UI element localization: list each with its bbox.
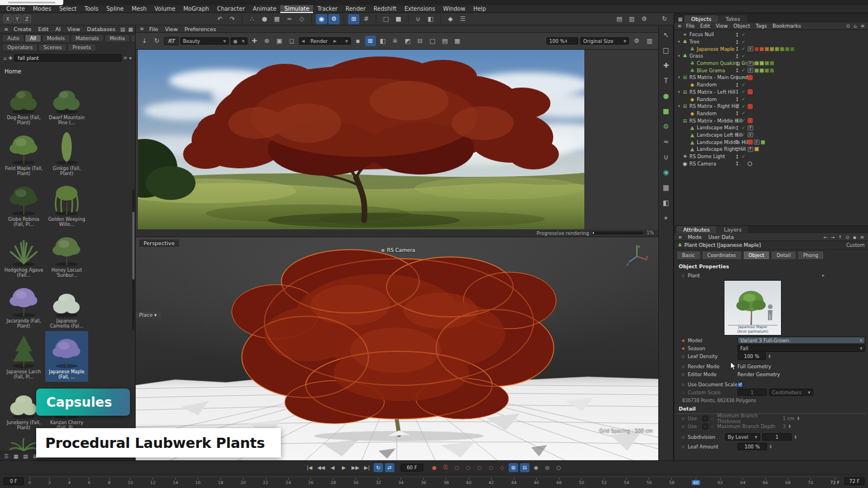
save-icon[interactable]: ↓ [139, 36, 150, 46]
attr-tab-object[interactable]: Object [743, 251, 770, 260]
asset-item-dwarf-mountain-pine[interactable]: Dwarf Mountain Pine (... [45, 77, 88, 128]
snowflake-icon[interactable]: ※ [390, 36, 401, 46]
ab-menu-view[interactable]: View [64, 25, 84, 33]
asset-item-golden-weeping-willo[interactable]: Golden Weeping Willo... [45, 178, 88, 229]
timeline-tick-42[interactable]: 42 [489, 478, 494, 485]
enable-check-icon[interactable]: ✓ [740, 111, 747, 116]
cloth-icon[interactable]: ▦ [271, 14, 283, 24]
previous-frame-button[interactable]: ◀ [328, 463, 337, 472]
asset-item-field-maple-fall-plant[interactable]: Field Maple (Fall, Plant) [2, 128, 45, 178]
rope-icon[interactable]: ≈ [284, 14, 295, 24]
start-frame-field[interactable]: 0 F [3, 477, 24, 485]
magnet-icon[interactable]: ∪ [413, 14, 424, 24]
magnet-icon[interactable]: ∪ [661, 152, 672, 162]
asset-tab-nodes[interactable]: Nodes [131, 34, 136, 42]
menu-select[interactable]: Select [55, 5, 81, 13]
layers-icon[interactable]: ▤ [440, 36, 450, 46]
phong-tag-icon[interactable]: F [748, 125, 753, 130]
home-icon[interactable]: ⌂ [3, 55, 7, 61]
asset-tab-media[interactable]: Media [105, 34, 130, 42]
record-scale-button[interactable]: ○ [463, 463, 473, 472]
render-gear-icon[interactable]: ⚙ [631, 36, 642, 46]
subdivision-field[interactable]: 1 [762, 433, 792, 441]
workplane-icon[interactable]: □ [380, 14, 392, 24]
object-row-grass[interactable]: ▾♣Grass✓ [674, 53, 868, 60]
selection-box-icon[interactable]: □ [661, 45, 672, 55]
timeline-tick-34[interactable]: 34 [398, 478, 404, 485]
visibility-dots[interactable] [735, 47, 739, 51]
pin-icon[interactable]: ▪ [851, 234, 858, 241]
timeline-tick-62[interactable]: 62 [718, 478, 723, 485]
timeline-tick-60[interactable]: 60 [692, 478, 701, 485]
om-menu-view[interactable]: View [713, 22, 731, 30]
material-swatches[interactable] [754, 47, 795, 51]
material-swatches[interactable] [761, 140, 765, 145]
render-view-icon[interactable]: ▤ [614, 14, 625, 24]
object-row-blue-grama[interactable]: ♣Blue Grama✓F [674, 67, 868, 74]
attr-mode-menu[interactable]: Mode [685, 233, 705, 241]
menu-tools[interactable]: Tools [81, 5, 103, 13]
menu-animate[interactable]: Animate [249, 5, 280, 13]
image-size-dropdown[interactable]: Original Size▼ [580, 37, 629, 45]
sphere-icon[interactable]: ● [661, 91, 672, 101]
visibility-dots[interactable] [735, 140, 739, 144]
solo-off-button[interactable]: ◉ [531, 463, 541, 472]
zoom-icon[interactable]: ⊕ [262, 36, 272, 46]
interactive-update-icon[interactable]: ↻ [659, 14, 670, 24]
menu-character[interactable]: Character [213, 5, 249, 13]
vp-menu-preferences[interactable]: Preferences [181, 25, 219, 33]
timeline-tick-54[interactable]: 54 [624, 478, 630, 485]
search-icon[interactable]: ⊙ [844, 234, 851, 241]
timeline-tick-46[interactable]: 46 [533, 478, 539, 485]
visibility-dots[interactable] [735, 54, 739, 58]
object-row-landscape-left-hill[interactable]: ▲Landscape Left Hill✓F [674, 132, 868, 139]
mirror-icon[interactable]: ◧ [425, 14, 436, 24]
rs-tag-icon[interactable] [748, 75, 753, 80]
asset-item-japanese-larch-fall-pl[interactable]: Japanese Larch (Fall, Pl... [2, 331, 45, 382]
phong-tag-icon[interactable]: F [748, 147, 753, 152]
object-row-rs-camera[interactable]: ◉RS Camera [674, 160, 868, 167]
axis-lock-y[interactable]: Y [13, 15, 21, 23]
solo-single-button[interactable]: ◎ [542, 463, 552, 472]
timeline-tick-58[interactable]: 58 [669, 478, 675, 485]
crop-icon[interactable]: ◻ [287, 36, 297, 46]
visibility-dots[interactable] [735, 155, 739, 159]
enable-check-icon[interactable]: ✓ [740, 154, 747, 159]
pen-icon[interactable]: ✚ [661, 60, 672, 71]
record-parameter-button[interactable]: ○ [486, 463, 496, 472]
search-options-icon[interactable]: ▾ [129, 55, 132, 61]
ab-menu-ai[interactable]: AI [52, 25, 64, 33]
simulation-scene-icon[interactable]: ◉ [316, 14, 327, 24]
om-menu-file[interactable]: File [683, 22, 697, 30]
plant-preview-image[interactable]: Japanese Maple (Acer palmatum) [724, 280, 782, 336]
visibility-dots[interactable] [735, 76, 739, 80]
timeline-tick-50[interactable]: 50 [579, 478, 584, 485]
autokey-button[interactable]: Ⓐ [441, 463, 450, 472]
menu-window[interactable]: Window [439, 5, 469, 13]
axis-lock-x[interactable]: X [3, 15, 12, 23]
snap-icon[interactable]: ⊞ [348, 14, 359, 24]
vp-menu-file[interactable]: File [146, 25, 162, 33]
timeline-tick-66[interactable]: 66 [763, 478, 769, 485]
timeline-tick-8[interactable]: 8 [108, 478, 111, 485]
visibility-dots[interactable] [735, 111, 739, 115]
frame-icon[interactable]: ▣ [274, 36, 285, 46]
editor-mode-dropdown[interactable]: Render Geometry [737, 372, 780, 377]
use-max-branch-checkbox[interactable] [702, 424, 708, 429]
season-dropdown[interactable]: Fall▼ [737, 345, 865, 352]
timeline-tick-0[interactable]: 0 [28, 478, 31, 485]
back-icon[interactable]: ← [822, 234, 829, 241]
asset-tab-presets[interactable]: Presets [67, 43, 96, 51]
grid-view-icon[interactable]: ▦ [12, 452, 20, 460]
enable-check-icon[interactable]: ✓ [740, 46, 747, 51]
attr-userdata-menu[interactable]: User Data [706, 233, 737, 241]
timeline-tick-40[interactable]: 40 [466, 478, 472, 485]
leaf-amount-field[interactable]: 100 % [737, 443, 767, 450]
render-viewport[interactable] [136, 50, 658, 229]
visibility-dots[interactable] [735, 162, 739, 165]
ab-menu-databases[interactable]: Databases [84, 25, 119, 33]
enable-check-icon[interactable]: ✓ [740, 82, 747, 88]
asset-item-japanese-maple-fall[interactable]: Japanese Maple (Fall, ... [45, 331, 88, 382]
plant-expander-icon[interactable]: ▸ [822, 273, 824, 278]
menu-tracker[interactable]: Tracker [313, 5, 341, 13]
